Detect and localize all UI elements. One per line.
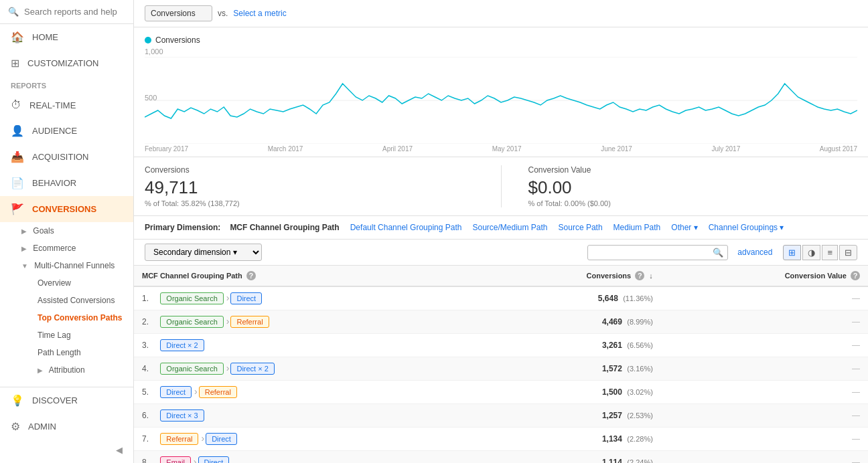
reports-section-label: Reports — [0, 76, 133, 92]
view-btn-table[interactable]: ⊟ — [839, 245, 857, 260]
cell-value: — — [661, 428, 868, 451]
cell-path: 5. Direct›Referral — [134, 381, 474, 404]
path-tag[interactable]: Direct × 2 — [230, 363, 274, 375]
cell-path: 3. Direct × 2 — [134, 334, 474, 357]
cell-path: 7. Referral›Direct — [134, 428, 474, 451]
dim-dropdown-channel[interactable]: Channel Groupings ▾ — [705, 221, 788, 234]
path-tag[interactable]: Referral — [199, 386, 237, 398]
cell-path: 4. Organic Search›Direct × 2 — [134, 357, 474, 381]
path-arrow: › — [194, 386, 198, 397]
search-bar[interactable]: 🔍 — [0, 0, 133, 24]
sidebar-subitem-ecommerce[interactable]: ▶ Ecommerce — [0, 240, 133, 257]
dim-link-mcf[interactable]: MCF Channel Grouping Path — [226, 221, 343, 234]
sidebar-item-discover[interactable]: 💡 DISCOVER — [0, 387, 133, 413]
path-arrow: › — [226, 363, 230, 373]
search-icon: 🔍 — [8, 7, 19, 17]
sidebar-item-customization[interactable]: ⊞ CUSTOMIZATION — [0, 50, 133, 76]
data-table: MCF Channel Grouping Path ? Conversions … — [134, 266, 868, 463]
path-tag[interactable]: Direct × 3 — [160, 409, 204, 422]
row-number: 1. — [142, 294, 158, 303]
cell-path: 6. Direct × 3 — [134, 404, 474, 428]
sidebar-collapse-button[interactable]: ◀ — [0, 440, 133, 460]
dim-link-source[interactable]: Source Path — [555, 221, 607, 234]
view-btn-pie[interactable]: ◑ — [802, 245, 820, 260]
path-tag[interactable]: Email — [160, 456, 191, 463]
view-btn-grid[interactable]: ⊞ — [783, 245, 801, 260]
sidebar-item-home-label: HOME — [32, 32, 58, 42]
sidebar-item-admin[interactable]: ⚙ ADMIN — [0, 413, 133, 440]
cell-value: — — [661, 451, 868, 464]
view-btn-bar[interactable]: ≡ — [822, 245, 838, 260]
sidebar-subitem-goals[interactable]: ▶ Goals — [0, 222, 133, 240]
advanced-link[interactable]: advanced — [737, 248, 772, 257]
value-help-icon[interactable]: ? — [851, 271, 860, 280]
sidebar-subitem-time-lag[interactable]: Time Lag — [8, 327, 133, 344]
secondary-dimension-dropdown[interactable]: Secondary dimension ▾ — [145, 244, 262, 261]
cell-conversions: 1,500 (3.02%) — [474, 381, 660, 404]
path-help-icon[interactable]: ? — [246, 271, 256, 280]
table-search-input[interactable] — [592, 248, 713, 257]
sidebar-subitem-assisted[interactable]: Assisted Conversions — [8, 292, 133, 309]
home-icon: 🏠 — [11, 31, 24, 43]
dim-link-medium[interactable]: Medium Path — [609, 221, 665, 234]
dim-link-source-medium[interactable]: Source/Medium Path — [468, 221, 551, 234]
stat-conversions-sub: % of Total: 35.82% (138,772) — [145, 199, 474, 207]
path-arrow: › — [194, 456, 197, 463]
cell-conversions: 1,257 (2.53%) — [474, 404, 660, 428]
cell-conversions: 1,572 (3.16%) — [474, 357, 660, 381]
row-number: 8. — [142, 458, 158, 463]
chart-legend: Conversions — [145, 35, 857, 45]
sidebar-subitem-path-length[interactable]: Path Length — [8, 344, 133, 361]
path-tag[interactable]: Referral — [160, 433, 198, 445]
col-header-conversions: Conversions ? ↓ — [474, 266, 660, 286]
path-tag[interactable]: Direct × 2 — [160, 339, 204, 351]
path-tag[interactable]: Referral — [230, 316, 269, 328]
stat-value-title: Conversion Value — [528, 165, 858, 175]
path-tag[interactable]: Direct — [230, 292, 262, 304]
metric-dropdown[interactable]: Conversions — [145, 5, 212, 21]
admin-icon: ⚙ — [11, 420, 20, 433]
table-row: 1. Organic Search›Direct5,648 (11.36%)— — [134, 286, 868, 310]
table-row: 7. Referral›Direct1,134 (2.28%)— — [134, 428, 868, 451]
cell-value: — — [661, 357, 868, 381]
x-label-0: February 2017 — [145, 145, 188, 153]
sort-icon[interactable]: ↓ — [649, 272, 653, 280]
controls-row: Secondary dimension ▾ 🔍 advanced ⊞ ◑ ≡ ⊟ — [134, 240, 868, 266]
path-tag[interactable]: Direct — [198, 456, 230, 463]
sidebar-subitem-multichannel[interactable]: ▼ Multi-Channel Funnels — [0, 257, 133, 274]
multichannel-expand-icon: ▼ — [21, 262, 28, 270]
path-tag[interactable]: Direct — [206, 433, 237, 445]
sidebar-subitem-top-paths[interactable]: Top Conversion Paths — [8, 309, 133, 327]
path-tag[interactable]: Direct — [160, 386, 192, 398]
select-metric-link[interactable]: Select a metric — [233, 9, 286, 18]
path-tag[interactable]: Organic Search — [160, 292, 223, 304]
sidebar-subitem-overview[interactable]: Overview — [8, 274, 133, 292]
sidebar-subitem-attribution[interactable]: ▶ Attribution — [8, 361, 133, 379]
sidebar-item-behavior[interactable]: 📄 BEHAVIOR — [0, 170, 133, 196]
cell-conversions: 5,648 (11.36%) — [474, 286, 660, 310]
row-number: 2. — [142, 317, 158, 327]
sidebar: 🔍 🏠 HOME ⊞ CUSTOMIZATION Reports ⏱ REAL-… — [0, 0, 134, 463]
vs-label: vs. — [218, 9, 228, 18]
sidebar-item-conversions[interactable]: 🚩 CONVERSIONS — [0, 196, 133, 222]
sidebar-item-conversions-label: CONVERSIONS — [32, 204, 96, 214]
sidebar-item-acquisition[interactable]: 📥 ACQUISITION — [0, 144, 133, 170]
table-search-icon[interactable]: 🔍 — [713, 248, 723, 258]
acquisition-icon: 📥 — [11, 151, 24, 163]
cell-conversions: 3,261 (6.56%) — [474, 334, 660, 357]
conversions-help-icon[interactable]: ? — [635, 271, 644, 280]
stat-value-number: $0.00 — [528, 177, 858, 198]
table-search-box[interactable]: 🔍 — [587, 245, 728, 260]
dim-dropdown-other[interactable]: Other ▾ — [667, 221, 701, 234]
sidebar-item-realtime[interactable]: ⏱ REAL-TIME — [0, 92, 133, 118]
table-row: 5. Direct›Referral1,500 (3.02%)— — [134, 381, 868, 404]
stat-conversion-value: Conversion Value $0.00 % of Total: 0.00%… — [528, 165, 858, 207]
sidebar-item-home[interactable]: 🏠 HOME — [0, 24, 133, 50]
col-header-path: MCF Channel Grouping Path ? — [134, 266, 474, 286]
path-tag[interactable]: Organic Search — [160, 316, 223, 328]
sidebar-item-acquisition-label: ACQUISITION — [32, 152, 89, 162]
dim-link-default[interactable]: Default Channel Grouping Path — [346, 221, 466, 234]
sidebar-item-audience[interactable]: 👤 AUDIENCE — [0, 118, 133, 144]
search-input[interactable] — [24, 7, 125, 17]
path-tag[interactable]: Organic Search — [160, 363, 223, 375]
